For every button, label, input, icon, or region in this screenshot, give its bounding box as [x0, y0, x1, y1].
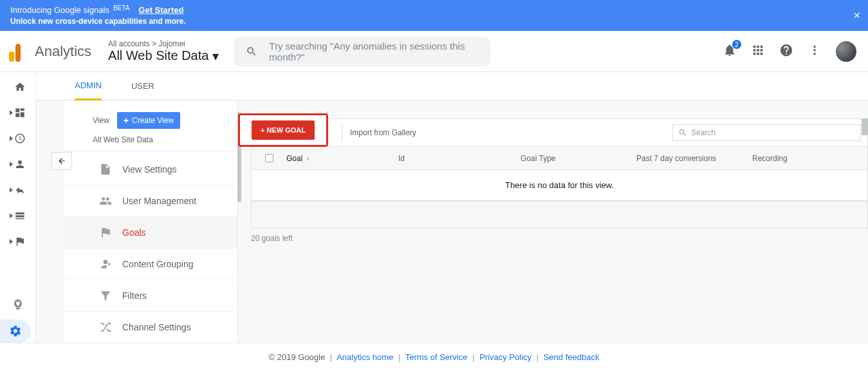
person-star-icon	[99, 258, 112, 271]
notification-badge: 2	[732, 39, 742, 50]
col-goal[interactable]: Goal↓	[286, 154, 398, 163]
clock-icon	[14, 133, 26, 144]
col-type[interactable]: Goal Type	[521, 154, 636, 163]
footer-tos-link[interactable]: Terms of Service	[405, 352, 468, 362]
nav-content-grouping[interactable]: Content Grouping	[64, 249, 237, 280]
view-name: All Web Site Data	[108, 48, 208, 63]
empty-state: There is no data for this view.	[252, 170, 867, 201]
back-button[interactable]	[51, 152, 72, 170]
promo-banner: Introducing Google signals BETA Get Star…	[0, 0, 868, 31]
import-gallery-button[interactable]: Import from Gallery	[342, 124, 424, 142]
nav-user-management[interactable]: User Management	[64, 186, 237, 217]
new-goal-button[interactable]: + NEW GOAL	[252, 120, 315, 140]
rail-audience[interactable]	[10, 158, 26, 170]
rail-behavior[interactable]	[10, 210, 26, 222]
shuffle-icon	[99, 321, 112, 334]
pages-icon	[14, 210, 26, 222]
left-rail	[0, 72, 36, 371]
arrow-left-icon	[56, 157, 68, 166]
tab-user[interactable]: USER	[131, 72, 154, 100]
analytics-logo-icon	[9, 41, 24, 62]
chevron-right-icon	[10, 110, 13, 115]
col-recording[interactable]: Recording	[752, 154, 867, 163]
chevron-right-icon	[10, 162, 13, 167]
rail-customization[interactable]	[10, 107, 26, 119]
goals-remaining-label: 20 goals left	[251, 234, 868, 243]
account-selector[interactable]: All accounts > Jojomei All Web Site Data…	[108, 39, 219, 64]
sort-down-icon: ↓	[306, 155, 309, 162]
file-icon	[99, 163, 112, 176]
view-settings-column: View + Create View All Web Site Data Vie…	[64, 100, 238, 371]
scrollbar[interactable]	[862, 119, 868, 135]
plus-icon: +	[124, 115, 129, 126]
get-started-link[interactable]: Get Started	[138, 5, 183, 16]
nav-goals[interactable]: Goals	[64, 217, 237, 249]
table-footer	[252, 201, 867, 228]
caret-down-icon: ▾	[212, 48, 219, 64]
gear-icon	[9, 325, 22, 338]
search-placeholder: Try searching "Any anomalies in sessions…	[269, 41, 478, 62]
footer-feedback-link[interactable]: Send feedback	[544, 352, 600, 362]
col-id[interactable]: Id	[398, 154, 521, 163]
chevron-right-icon	[10, 136, 13, 141]
admin-nav: View Settings User Management Goals Cont…	[64, 154, 237, 343]
view-name-label: All Web Site Data	[64, 129, 237, 151]
goals-table-header: Goal↓ Id Goal Type Past 7 day conversion…	[252, 147, 867, 170]
chevron-right-icon	[10, 239, 13, 244]
lightbulb-icon	[12, 299, 24, 310]
chevron-right-icon	[10, 187, 13, 193]
search-input[interactable]: Try searching "Any anomalies in sessions…	[234, 37, 490, 66]
create-view-button[interactable]: + Create View	[117, 112, 180, 129]
more-menu-button[interactable]	[808, 43, 822, 59]
beta-badge: BETA	[113, 4, 129, 13]
person-icon	[14, 158, 26, 170]
rail-home[interactable]	[10, 81, 26, 93]
col-conversions[interactable]: Past 7 day conversions	[636, 154, 752, 163]
flag-icon	[99, 226, 112, 239]
notifications-button[interactable]: 2	[723, 43, 737, 59]
nav-filters[interactable]: Filters	[64, 280, 237, 312]
select-all-checkbox[interactable]	[265, 154, 273, 162]
goal-search-input[interactable]: Search	[672, 124, 861, 141]
share-icon	[14, 184, 26, 196]
users-icon	[99, 195, 112, 207]
flag-icon	[14, 236, 26, 247]
rail-discover[interactable]	[12, 299, 24, 310]
rail-admin-active[interactable]	[0, 319, 31, 343]
breadcrumb: All accounts > Jojomei	[108, 39, 219, 48]
search-icon	[678, 128, 687, 137]
home-icon	[14, 81, 26, 93]
app-header: Analytics All accounts > Jojomei All Web…	[0, 31, 868, 72]
admin-tabs: ADMIN USER	[36, 72, 868, 100]
apps-menu-button[interactable]	[751, 43, 765, 59]
more-vert-icon	[808, 43, 822, 57]
help-button[interactable]	[779, 43, 793, 59]
chevron-right-icon	[10, 213, 13, 218]
close-banner-button[interactable]: ×	[853, 9, 860, 23]
rail-conversions[interactable]	[10, 236, 26, 247]
nav-channel-settings[interactable]: Channel Settings	[64, 312, 237, 343]
nav-view-settings[interactable]: View Settings	[64, 154, 237, 186]
search-icon	[246, 45, 257, 58]
footer-privacy-link[interactable]: Privacy Policy	[479, 352, 531, 362]
user-avatar[interactable]	[836, 41, 856, 62]
goal-search-placeholder: Search	[691, 128, 716, 137]
rail-acquisition[interactable]	[10, 184, 26, 196]
goals-panel: + NEW GOAL Import from Gallery Search Go…	[238, 100, 868, 371]
page-footer: © 2019 Google | Analytics home | Terms o…	[0, 343, 868, 371]
banner-title: Introducing Google signals	[10, 5, 109, 16]
banner-subtitle: Unlock new cross-device capabilities and…	[10, 16, 186, 27]
footer-analytics-home-link[interactable]: Analytics home	[337, 352, 393, 362]
funnel-icon	[99, 289, 112, 302]
apps-grid-icon	[751, 43, 765, 57]
help-icon	[779, 43, 793, 57]
tab-admin[interactable]: ADMIN	[75, 72, 102, 100]
rail-realtime[interactable]	[10, 133, 26, 144]
dashboard-icon	[14, 107, 26, 119]
app-name: Analytics	[35, 43, 91, 60]
copyright: © 2019 Google	[269, 352, 326, 362]
highlight-frame: + NEW GOAL	[238, 113, 328, 147]
view-label: View	[93, 116, 109, 125]
